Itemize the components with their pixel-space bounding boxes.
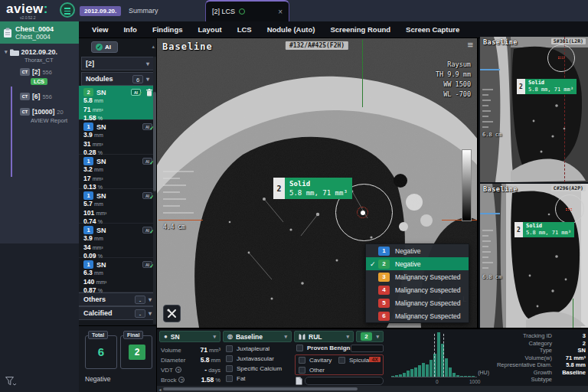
- nodule-group-header[interactable]: [2] ▾: [81, 57, 154, 70]
- tab-lcs-active[interactable]: [2] LCS ×: [205, 0, 289, 21]
- total-value: 6: [86, 345, 116, 358]
- menu-screening-round[interactable]: Screening Round: [323, 25, 397, 34]
- ruler-label: 4.4 cm: [163, 224, 185, 230]
- nodule-item[interactable]: 1 SN AI✓ 5.7 mm 101 mm³ 0.74 %: [79, 189, 156, 224]
- sagittal-viewport[interactable]: Baseline S#301(L2R) 6.8 cm 2 Solid 5.8 m…: [480, 37, 588, 182]
- slice-position-line[interactable]: [480, 69, 500, 70]
- check-specific-calcium[interactable]: Specific Calcium: [226, 365, 282, 372]
- nodule-list-panel: ✓ AI ▴ [2] ▾ Nodules 6 ▾ 2 SN AI✓ 5.8 mm…: [79, 38, 157, 325]
- scale-ruler: [163, 170, 198, 217]
- histogram-marker-line: [443, 334, 444, 377]
- ai-detected-icon: AI✓: [142, 261, 152, 268]
- series-desc: AVIEW Report: [31, 117, 79, 124]
- lobe-dropdown[interactable]: RUL ▾: [294, 331, 354, 342]
- nodule-item-selected[interactable]: 2 SN AI✓ 5.8 mm 71 mm³ 1.58 %: [79, 86, 156, 120]
- menu-view[interactable]: View: [85, 25, 115, 34]
- ct-modality-icon: CT: [20, 68, 30, 76]
- check-juxtapleural[interactable]: Juxtapleural: [226, 345, 270, 352]
- ai-toggle-button[interactable]: ✓ AI: [91, 41, 118, 53]
- axial-viewport[interactable]: Baseline #132/A#425(F2H) Raysum TH 9.9 m…: [157, 38, 479, 328]
- study-date-tab[interactable]: 2012.09.20.: [80, 6, 121, 16]
- menu-info[interactable]: Info: [116, 25, 143, 34]
- scroll-left-icon[interactable]: ◂: [157, 387, 163, 392]
- category-badge: 1: [83, 226, 93, 234]
- study-node[interactable]: ▾ 2012.09.20.: [5, 48, 79, 56]
- menu-lcs[interactable]: LCS: [230, 25, 259, 34]
- menu-item-category-4[interactable]: 4 Malignancy Suspected: [366, 283, 469, 296]
- trash-icon[interactable]: [146, 89, 152, 96]
- category-dropdown[interactable]: 2 ▾: [356, 331, 384, 342]
- note-icon[interactable]: [296, 377, 302, 385]
- horizontal-scrollbar[interactable]: ◂: [157, 386, 588, 392]
- total-label: Total: [88, 331, 108, 339]
- report-list-icon[interactable]: [60, 2, 75, 18]
- note-input[interactable]: [305, 377, 384, 385]
- viewport-label: Baseline: [483, 185, 518, 193]
- help-icon[interactable]: ?: [178, 377, 185, 383]
- menu-findings[interactable]: Findings: [145, 25, 190, 34]
- nodule-annotation[interactable]: 2 Solid 5.8 mm, 71 mm³: [517, 79, 577, 94]
- proven-benign-input[interactable]: [351, 345, 384, 352]
- category-context-menu: 1 Negative ✓2 Negative 3 Malignancy Susp…: [365, 243, 469, 323]
- check-fat[interactable]: Fat: [226, 375, 246, 382]
- menu-screen-capture[interactable]: Screen Capture: [399, 25, 466, 34]
- nodule-annotation[interactable]: 2 Solid 5.8 mm, 71 mm³: [273, 178, 352, 199]
- check-proven-benign[interactable]: Proven Benign: [296, 345, 350, 351]
- category-badge: 1: [83, 260, 93, 269]
- series-item-6[interactable]: CT [6] 556: [20, 93, 79, 100]
- nodule-list-scrollbar[interactable]: [153, 57, 156, 324]
- nodule-annotation[interactable]: 2 Solid 5.8 mm, 71 mm³: [514, 222, 574, 237]
- category-badge: 1: [83, 191, 93, 200]
- scroll-up-icon[interactable]: ▴: [152, 44, 155, 50]
- tab-close-icon[interactable]: ×: [278, 8, 283, 16]
- nodules-section-header[interactable]: Nodules 6 ▾: [81, 72, 154, 86]
- type-dropdown[interactable]: ● SN ▾: [159, 331, 220, 342]
- nodule-item[interactable]: 1 SN AI✓ 3.2 mm 17 mm³ 0.13 %: [79, 155, 156, 189]
- menu-item-category-5[interactable]: 5 Malignancy Suspected: [366, 296, 469, 309]
- check-circle-icon: ✓: [96, 44, 103, 51]
- menu-item-category-1[interactable]: 1 Negative: [366, 244, 469, 257]
- patient-item[interactable]: Chest_0004 Chest_0004: [0, 21, 79, 44]
- check-other[interactable]: Other: [299, 367, 325, 374]
- nodule-item[interactable]: 1 SN AI✓ 6.3 mm 140 mm³ 0.87 %: [79, 258, 156, 292]
- total-box: Total 6: [85, 335, 117, 369]
- filter-funnel-icon[interactable]: [5, 377, 16, 387]
- series-item-report[interactable]: CT [10000] 20: [20, 108, 79, 116]
- folder-icon: [10, 49, 19, 56]
- wrench-tools-icon: [167, 309, 177, 318]
- tab-summary[interactable]: Summary: [129, 7, 158, 15]
- info-type: TypeSN: [494, 347, 586, 354]
- target-pin-icon: ◎: [227, 333, 233, 340]
- check-cavitary[interactable]: Cavitary: [299, 357, 332, 364]
- info-tracking-id: Tracking ID3: [494, 332, 586, 340]
- calcified-section-header[interactable]: Calcified - ▾: [79, 306, 156, 320]
- menu-nodule-auto[interactable]: Nodule (Auto): [260, 25, 322, 34]
- chevron-down-icon: ▾: [213, 334, 216, 340]
- nodule-number-badge: 2: [273, 178, 285, 199]
- menu-layout[interactable]: Layout: [191, 25, 228, 34]
- tools-button[interactable]: [163, 305, 181, 322]
- help-icon[interactable]: ?: [175, 367, 181, 373]
- window-level-bar[interactable]: [462, 149, 472, 221]
- timepoint-dropdown[interactable]: ◎ Baseline ▾: [223, 331, 292, 342]
- viewport-menu-icon[interactable]: ≡: [467, 39, 473, 51]
- coronal-viewport[interactable]: Baseline C#296(A2P) 6.8 cm 2 Solid 5.8 m…: [480, 184, 588, 328]
- nodule-item[interactable]: 1 SN AI✓ 3.9 mm 31 mm³ 0.28 %: [79, 120, 156, 155]
- chevron-down-icon[interactable]: ▾: [5, 49, 8, 55]
- status-dot-icon: [239, 8, 245, 15]
- menu-item-category-2-selected[interactable]: ✓2 Negative: [366, 257, 469, 270]
- nodule-item[interactable]: 1 SN AI✓ 3.9 mm 34 mm³ 0.09 %: [79, 224, 156, 258]
- study-tree: ▾ 2012.09.20. Thorax_CT CT [2] 556 LCS C…: [0, 44, 79, 221]
- menu-item-category-3[interactable]: 3 Malignancy Suspected: [366, 270, 469, 283]
- check-juxtavascular[interactable]: Juxtavascular: [226, 355, 274, 362]
- nodule-segmentation-outline: [558, 57, 564, 59]
- slice-indicator: #132/A#425(F2H): [286, 41, 348, 50]
- scrollbar-thumb[interactable]: [163, 387, 358, 390]
- menu-item-category-6[interactable]: 6 Malignancy Suspected: [366, 309, 469, 322]
- lcs-badge: LCS: [31, 78, 47, 85]
- ai-detected-icon: AI✓: [142, 192, 152, 199]
- slice-position-line[interactable]: [480, 213, 500, 214]
- solid-circle-icon: ●: [164, 333, 168, 340]
- scale-ruler: [482, 89, 496, 129]
- series-item-2[interactable]: CT [2] 556: [20, 68, 79, 76]
